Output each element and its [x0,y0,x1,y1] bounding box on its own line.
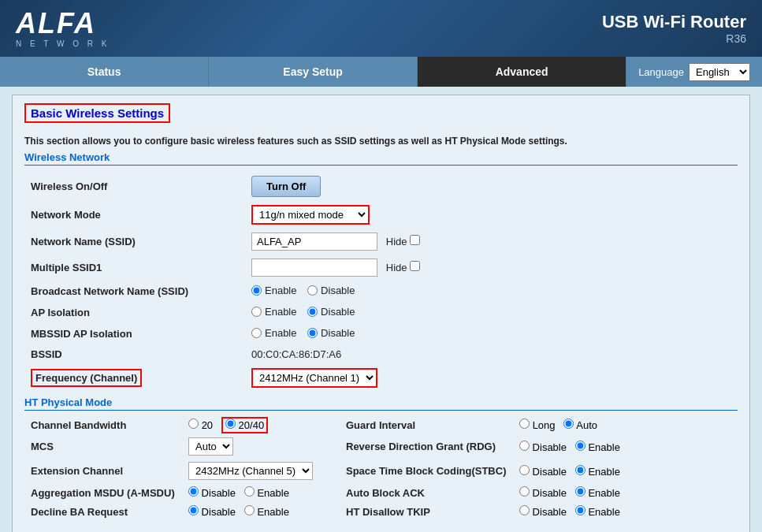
bw-2040-radio[interactable] [225,419,236,429]
wireless-settings-table: Wireless On/Off Turn Off Network Mode 11… [24,172,738,392]
decline-disable-radio[interactable] [188,505,199,515]
section-title: Basic Wireless Settings [24,103,170,123]
ext-channel-label: Extension Channel [24,459,182,483]
decline-enable-radio[interactable] [244,505,255,515]
nav-advanced[interactable]: Advanced [418,57,626,87]
network-mode-select[interactable]: 11g/n mixed mode 11b/g/n mixed mode 11n … [251,205,370,225]
language-select[interactable]: English Chinese Spanish [689,63,750,81]
frequency-select-wrapper: 2412MHz (Channel 1) 2417MHz (Channel 2) … [251,368,377,388]
mbssid-disable-label: Disable [307,327,355,339]
auto-block-disable-radio[interactable] [519,486,530,497]
nav-bar: Status Easy Setup Advanced Language Engl… [0,57,762,87]
auto-block-disable-label: Disable [519,487,570,499]
ap-isolation-enable-radio[interactable] [251,307,262,317]
broadcast-row: Broadcast Network Name (SSID) Enable Dis… [24,281,738,302]
frequency-select[interactable]: 2412MHz (Channel 1) 2417MHz (Channel 2) … [253,370,376,386]
wireless-onoff-value: Turn Off [245,172,738,201]
bw-20-label: 20 [188,419,216,431]
gi-auto-radio[interactable] [563,419,574,429]
broadcast-enable-label: Enable [251,285,296,296]
stbc-enable-radio[interactable] [575,465,585,475]
rdg-enable-radio[interactable] [575,441,585,451]
stbc-disable-radio[interactable] [519,465,530,475]
frequency-value: 2412MHz (Channel 1) 2417MHz (Channel 2) … [245,364,738,392]
auto-block-label: Auto Block ACK [340,483,513,502]
bssid-row: BSSID 00:C0:CA:86:D7:A6 [24,344,738,364]
broadcast-disable-radio[interactable] [307,285,318,296]
nav-status[interactable]: Status [0,57,209,87]
mcs-label: MCS [24,434,182,459]
ap-isolation-label: AP Isolation [24,302,245,323]
bssid-value: 00:C0:CA:86:D7:A6 [245,344,738,364]
network-mode-value: 11g/n mixed mode 11b/g/n mixed mode 11n … [245,201,738,229]
frequency-label-text: Frequency (Channel) [31,369,142,387]
ext-channel-value: 2432MHz (Channel 5) 2412MHz (Channel 1) … [182,459,340,483]
aggregation-disable-radio[interactable] [188,486,199,497]
ssid-label: Network Name (SSID) [24,229,245,255]
auto-block-enable-radio[interactable] [575,486,585,497]
hide-ssid-checkbox[interactable] [410,235,420,245]
ssid-input[interactable] [251,233,377,251]
ht-disallow-enable-radio[interactable] [575,505,585,515]
rdg-disable-label: Disable [519,441,570,453]
ht-row-2: MCS Auto 0123 4567 Reverse Direction Gra… [24,434,738,459]
ht-row-4: Aggregation MSDU (A-MSDU) Disable Enable… [24,483,738,502]
ht-disallow-label: HT Disallow TKIP [340,502,513,521]
frequency-label: Frequency (Channel) [24,364,245,392]
nav-easy-setup[interactable]: Easy Setup [209,57,418,87]
rdg-value: Disable Enable [513,434,738,459]
broadcast-value: Enable Disable [245,281,738,302]
stbc-disable-label: Disable [519,466,570,478]
mbssid-label: MBSSID AP Isolation [24,323,245,344]
multi-ssid-input[interactable] [251,259,377,277]
guard-interval-label: Guard Interval [340,415,513,434]
ht-section: HT Physical Mode Channel Bandwidth 20 20… [24,396,738,521]
ssid-row: Network Name (SSID) Hide [24,229,738,255]
ht-disallow-disable-label: Disable [519,506,570,518]
ap-isolation-disable-label: Disable [307,306,355,318]
aggregation-enable-radio[interactable] [244,486,255,497]
hide-multi-ssid-checkbox[interactable] [410,261,420,271]
aggregation-label: Aggregation MSDU (A-MSDU) [24,483,182,502]
bw-20-radio[interactable] [188,419,199,429]
mbssid-enable-radio[interactable] [251,328,262,338]
broadcast-disable-label: Disable [307,285,355,296]
stbc-enable-label: Enable [575,466,620,478]
bssid-label: BSSID [24,344,245,364]
ap-isolation-value: Enable Disable [245,302,738,323]
broadcast-enable-radio[interactable] [251,285,262,296]
ap-isolation-disable-radio[interactable] [307,307,318,317]
guard-interval-value: Long Auto [513,415,738,434]
mcs-select[interactable]: Auto 0123 4567 [188,437,233,456]
ext-channel-select[interactable]: 2432MHz (Channel 5) 2412MHz (Channel 1) … [188,462,313,480]
rdg-disable-radio[interactable] [519,441,530,451]
auto-block-value: Disable Enable [513,483,738,502]
gi-long-radio[interactable] [519,419,530,429]
nav-language: Language English Chinese Spanish [626,57,762,87]
ht-table: Channel Bandwidth 20 20/40 Guard Interva… [24,415,738,521]
ht-row-3: Extension Channel 2432MHz (Channel 5) 24… [24,459,738,483]
bw-2040-label: 20/40 [221,417,268,433]
logo-area: ALFA N E T W O R K [16,9,110,48]
aggregation-disable-label: Disable [188,487,239,499]
ht-row-1: Channel Bandwidth 20 20/40 Guard Interva… [24,415,738,434]
ap-isolation-row: AP Isolation Enable Disable [24,302,738,323]
logo-text: ALFA [16,9,96,38]
turn-off-button[interactable]: Turn Off [251,176,321,197]
network-mode-row: Network Mode 11g/n mixed mode 11b/g/n mi… [24,201,738,229]
ht-disallow-enable-label: Enable [575,506,620,518]
wireless-network-title: Wireless Network [24,151,738,166]
content-box: Basic Wireless Settings This section all… [12,95,750,532]
language-label: Language [638,66,684,78]
ht-disallow-disable-radio[interactable] [519,505,530,515]
mbssid-value: Enable Disable [245,323,738,344]
decline-value: Disable Enable [182,502,340,521]
gi-long-label: Long [519,419,558,431]
mbssid-disable-radio[interactable] [307,328,318,338]
logo-subtitle: N E T W O R K [16,39,110,48]
main-content: Basic Wireless Settings This section all… [0,87,762,532]
ht-row-5: Decline BA Request Disable Enable HT Dis… [24,502,738,521]
hide-label-ssid: Hide [386,236,407,247]
decline-label: Decline BA Request [24,502,182,521]
mbssid-enable-label: Enable [251,327,296,339]
